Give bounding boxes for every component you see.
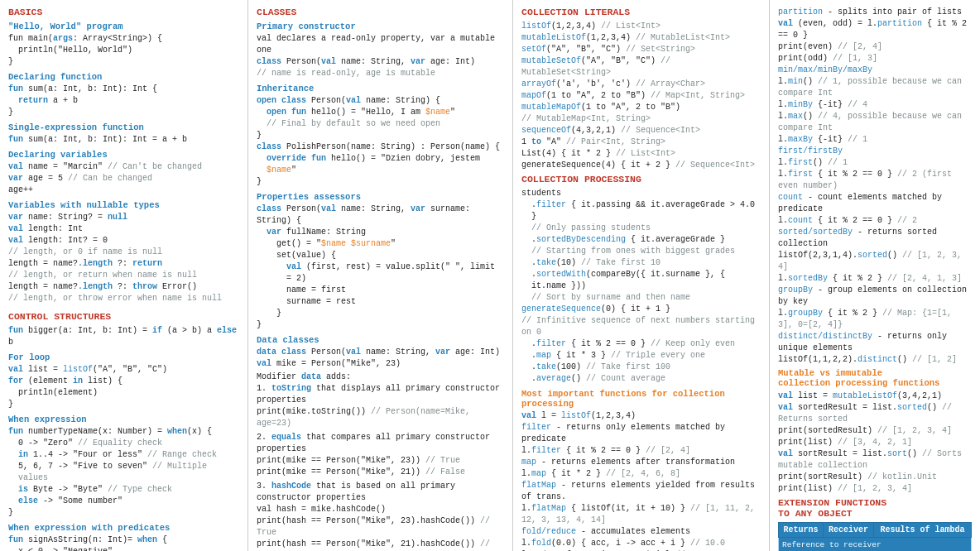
important-functions-title: Most important functions for collection … (521, 389, 761, 409)
table-ref-row: Reference to receiver (779, 538, 972, 552)
table-header-returns: Returns (779, 523, 824, 538)
single-expr-code: fun sum(a: Int, b: Int): Int = a + b (8, 134, 239, 146)
basics-column: BASICS "Hello, World" program fun main(a… (0, 0, 248, 551)
properties-assessors-title: Properties assessors (257, 192, 504, 202)
for-loop-title: For loop (8, 352, 239, 362)
declaring-vars-title: Declaring variables (8, 150, 239, 160)
primary-constructor-desc: val declares a read-only property, var a… (257, 33, 504, 79)
main-page: BASICS "Hello, World" program fun main(a… (0, 0, 980, 551)
nullable-title: Variables with nullable types (8, 200, 239, 210)
list-of-code: listOf(1,2,3,4) // List<Int> mutableList… (521, 21, 761, 171)
declaring-function-title: Declaring function (8, 72, 239, 82)
declaring-function-code: fun sum(a: Int, b: Int): Int { return a … (8, 84, 239, 118)
when-expr-code: fun numberTypeName(x: Number) = when(x) … (8, 426, 239, 519)
inheritance-title: Inheritance (257, 84, 504, 93)
control-title: CONTROL STRUCTURES (8, 311, 239, 322)
inheritance-code: open class Person(val name: String) { op… (257, 95, 504, 188)
collection-processing-title: COLLECTION PROCESSING (521, 174, 761, 184)
extension-table: Returns Receiver Results of lambda Refer… (778, 522, 972, 551)
primary-constructor-title: Primary constructor (257, 22, 504, 31)
mutable-immutable-title: Mutable vs immutablecollection processin… (778, 368, 972, 388)
data-classes-desc: Modifier data adds: 1. toString that dis… (257, 371, 504, 429)
classes-title: CLASSES (257, 7, 504, 17)
collection-literals-title: COLLECTION LITERALS (521, 7, 761, 17)
table-header-receiver: Receiver (824, 523, 874, 538)
hello-world-code: fun main(args: Array<String>) { println(… (8, 33, 239, 68)
properties-code: class Person(val name: String, var surna… (257, 204, 504, 331)
mutable-immutable-code: val list = mutableListOf(3,4,2,1) val so… (778, 390, 972, 495)
collections-column: COLLECTION LITERALS listOf(1,2,3,4) // L… (513, 0, 770, 551)
declaring-vars-code: val name = "Marcin" // Can't be changed … (8, 161, 239, 196)
when-predicates-title: When expression with predicates (8, 523, 239, 533)
data-classes-code: data class Person(val name: String, var … (257, 347, 504, 370)
collection-processing-code: students .filter { it.passing && it.aver… (521, 188, 761, 385)
extension-functions-title: EXTENSION FUNCTIONSTO ANY OBJECT (778, 497, 972, 519)
single-expr-title: Single-expression function (8, 122, 239, 132)
when-predicates-code: fun signAsString(n: Int)= when { x < 0 -… (8, 534, 239, 551)
data-classes-equals: 2. equals that compares all primary cons… (257, 432, 504, 478)
important-functions-code: val l = listOf(1,2,3,4) filter - returns… (521, 410, 761, 551)
nullable-code: var name: String? = null val length: Int… (8, 212, 239, 304)
partition-code: partition - splits into pair of lists va… (778, 7, 972, 366)
table-header-results: Results of lambda (873, 523, 971, 538)
data-classes-hashcode: 3. hashCode that is based on all primary… (257, 481, 504, 551)
when-expr-title: When expression (8, 414, 239, 424)
basics-title: BASICS (8, 7, 239, 17)
classes-column: CLASSES Primary constructor val declares… (248, 0, 513, 551)
hello-world-title: "Hello, World" program (8, 22, 239, 31)
if-expression-code: fun bigger(a: Int, b: Int) = if (a > b) … (8, 325, 239, 348)
for-loop-code: val list = listOf("A", "B", "C") for (el… (8, 364, 239, 410)
data-classes-title: Data classes (257, 335, 504, 345)
right-column: partition - splits into pair of lists va… (770, 0, 980, 551)
